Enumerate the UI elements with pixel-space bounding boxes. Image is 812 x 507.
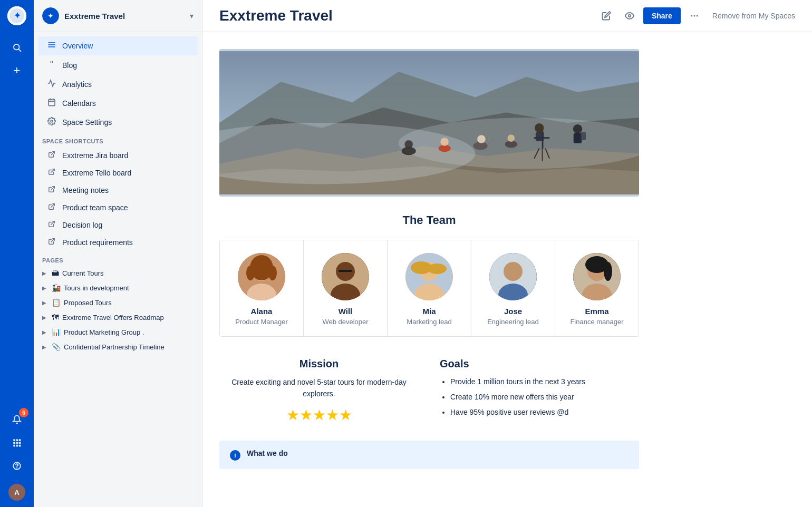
svg-point-48	[477, 135, 486, 143]
page-chevron-icon: ▶	[42, 344, 49, 350]
shortcut-product-requirements[interactable]: Product requirements	[38, 233, 198, 251]
shortcut-label: Exxtreme Jira board	[62, 151, 128, 160]
team-avatar-mia	[405, 253, 453, 300]
sidebar-item-space-settings[interactable]: Space Settings	[38, 113, 198, 132]
svg-rect-57	[536, 132, 544, 141]
team-member-emma: Emma Finance manager	[555, 240, 639, 336]
shortcut-label: Exxtreme Tello board	[62, 169, 131, 177]
goals-title: Goals	[440, 358, 639, 370]
svg-rect-8	[13, 442, 15, 444]
create-icon[interactable]: +	[7, 61, 26, 80]
sidebar-item-label: Blog	[62, 61, 77, 70]
notifications-icon[interactable]: 6	[7, 410, 26, 429]
sidebar: ✦ Exxtreme Travel ▾ Overview " Blog Anal…	[34, 0, 202, 507]
page-chevron-icon: ▶	[42, 329, 49, 335]
team-name-emma: Emma	[585, 307, 608, 316]
page-item-current-tours[interactable]: ▶ 🏔 Current Tours	[34, 266, 202, 280]
page-label: Confidential Partnership Timeline	[64, 343, 165, 351]
external-link-icon	[46, 186, 57, 194]
page-item-confidential-partnership[interactable]: ▶ 📎 Confidential Partnership Timeline	[34, 339, 202, 354]
svg-point-33	[691, 15, 692, 17]
main-content: Exxtreme Travel Share Remove from My Spa…	[202, 0, 812, 507]
svg-rect-13	[19, 445, 21, 447]
page-chevron-icon: ▶	[42, 300, 49, 306]
svg-point-56	[535, 123, 544, 132]
page-title: Exxtreme Travel	[219, 7, 597, 24]
page-emoji: 🏔	[52, 269, 59, 277]
share-button[interactable]: Share	[643, 7, 681, 24]
shortcut-label: Product requirements	[62, 238, 133, 247]
chevron-down-icon[interactable]: ▾	[190, 12, 194, 20]
shortcut-label: Meeting notes	[62, 186, 109, 194]
svg-point-45	[438, 145, 450, 152]
svg-rect-70	[339, 270, 352, 272]
svg-rect-12	[16, 445, 18, 447]
search-icon[interactable]	[7, 38, 26, 57]
sidebar-item-blog[interactable]: " Blog	[38, 55, 198, 75]
left-navigation: ✦ + 6 A	[0, 0, 34, 507]
svg-rect-59	[574, 133, 582, 143]
apps-icon[interactable]	[7, 433, 26, 452]
team-name-alana: Alana	[251, 307, 273, 316]
remove-from-spaces-link[interactable]: Remove from My Spaces	[712, 12, 795, 20]
svg-point-25	[51, 120, 53, 122]
edit-button[interactable]	[597, 6, 616, 25]
page-item-tours-in-development[interactable]: ▶ 🚂 Tours in development	[34, 280, 202, 295]
svg-point-35	[697, 15, 698, 17]
page-item-travel-offers-roadmap[interactable]: ▶ 🗺 Exxtreme Travel Offers Roadmap	[34, 310, 202, 325]
svg-rect-9	[16, 442, 18, 444]
sidebar-item-calendars[interactable]: Calendars	[38, 94, 198, 113]
shortcut-product-team-space[interactable]: Product team space	[38, 199, 198, 216]
team-section-title: The Team	[219, 213, 639, 227]
page-item-product-marketing[interactable]: ▶ 📊 Product Marketing Group .	[34, 325, 202, 339]
goal-item-2: Create 10% more new offers this year	[450, 392, 639, 403]
page-chevron-icon: ▶	[42, 270, 49, 276]
top-bar: Exxtreme Travel Share Remove from My Spa…	[202, 0, 812, 32]
goal-item-1: Provide 1 million tours in the next 3 ye…	[450, 376, 639, 387]
sidebar-item-analytics[interactable]: Analytics	[38, 75, 198, 94]
team-name-jose: Jose	[504, 307, 522, 316]
blog-icon: "	[46, 60, 57, 71]
svg-rect-10	[19, 442, 21, 444]
team-member-mia: Mia Marketing lead	[388, 240, 471, 336]
svg-line-26	[51, 152, 54, 155]
calendars-icon	[46, 98, 57, 109]
page-emoji: 🗺	[52, 313, 59, 321]
svg-rect-21	[49, 100, 55, 106]
top-bar-actions: Share Remove from My Spaces	[597, 6, 795, 25]
sidebar-header: ✦ Exxtreme Travel ▾	[34, 0, 202, 32]
svg-point-75	[428, 264, 447, 274]
team-member-will: Will Web developer	[304, 240, 388, 336]
svg-point-58	[573, 124, 582, 133]
shortcuts-section-label: SPACE SHORTCUTS	[34, 132, 202, 147]
page-emoji: 📎	[52, 343, 61, 351]
sidebar-item-label: Space Settings	[62, 118, 112, 126]
mission-stars: ★★★★★	[219, 406, 419, 424]
shortcut-tello-board[interactable]: Exxtreme Tello board	[38, 164, 198, 181]
page-emoji: 🚂	[52, 284, 61, 292]
shortcut-label: Decision log	[62, 221, 102, 229]
shortcut-meeting-notes[interactable]: Meeting notes	[38, 181, 198, 199]
watch-button[interactable]	[620, 6, 639, 25]
svg-point-50	[508, 134, 515, 142]
goals-section: Goals Provide 1 million tours in the nex…	[440, 358, 639, 424]
shortcut-decision-log[interactable]: Decision log	[38, 216, 198, 233]
user-avatar[interactable]: A	[8, 484, 25, 501]
svg-point-49	[505, 141, 517, 148]
sidebar-item-overview[interactable]: Overview	[38, 36, 198, 55]
mission-text: Create exciting and novel 5-star tours f…	[219, 376, 419, 400]
content-area: The Team Alana Product Manager	[202, 32, 656, 486]
app-logo[interactable]: ✦	[7, 6, 26, 25]
svg-line-31	[51, 239, 54, 242]
page-item-proposed-tours[interactable]: ▶ 📋 Proposed Tours	[34, 295, 202, 310]
team-member-jose: Jose Engineering lead	[471, 240, 555, 336]
external-link-icon	[46, 238, 57, 247]
more-options-button[interactable]	[685, 6, 704, 25]
shortcut-jira-board[interactable]: Exxtreme Jira board	[38, 147, 198, 164]
help-icon[interactable]	[7, 456, 26, 475]
page-label: Proposed Tours	[64, 299, 112, 307]
what-we-do-label: What we do	[247, 449, 288, 457]
team-avatar-emma	[573, 253, 621, 300]
settings-icon	[46, 117, 57, 128]
team-grid: Alana Product Manager Will Web developer	[219, 240, 639, 337]
